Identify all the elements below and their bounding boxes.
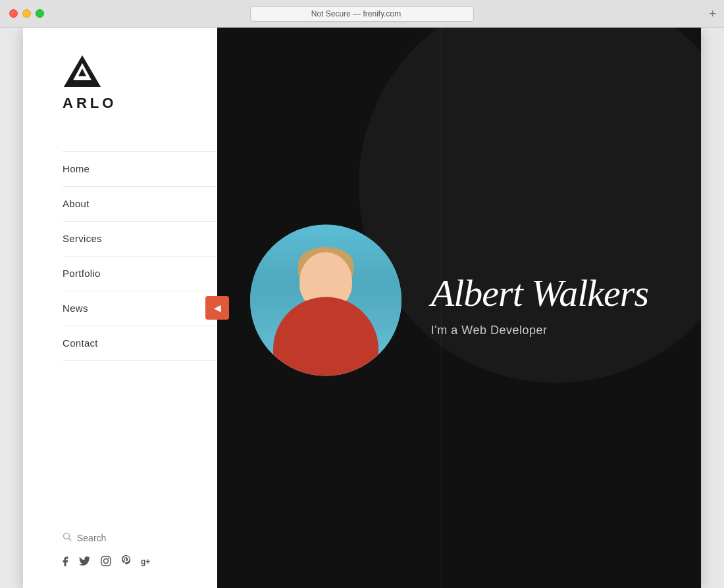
search-input[interactable] (77, 533, 182, 543)
url-input[interactable] (250, 6, 474, 22)
nav-link-home[interactable]: Home (63, 163, 90, 174)
browser-chrome: + (0, 0, 724, 28)
sidebar-item-about[interactable]: About (63, 187, 217, 222)
hero-subtitle: I'm a Web Developer (431, 323, 648, 337)
hero-text-area: Albert Walkers I'm a Web Developer (431, 272, 648, 337)
minimize-button[interactable] (22, 9, 31, 18)
pinterest-icon[interactable] (122, 555, 130, 568)
browser-window: ARLO Home About Services Portfolio News … (23, 28, 701, 588)
logo-area: ARLO (23, 54, 217, 112)
nav-link-about[interactable]: About (63, 198, 90, 209)
search-bar (63, 532, 217, 543)
nav-menu: Home About Services Portfolio News Conta… (23, 151, 217, 532)
toggle-arrow-icon: ◀ (214, 303, 221, 312)
sidebar-item-portfolio[interactable]: Portfolio (63, 257, 217, 291)
sidebar-item-news[interactable]: News (63, 291, 217, 326)
social-icons: g+ (23, 555, 217, 568)
main-content: Albert Walkers I'm a Web Developer (217, 28, 701, 588)
avatar-image (250, 225, 401, 376)
sidebar-toggle-button[interactable]: ◀ (205, 296, 229, 320)
logo-icon (63, 54, 102, 88)
hero-name: Albert Walkers (431, 272, 648, 314)
new-tab-button[interactable]: + (709, 8, 716, 20)
twitter-icon[interactable] (79, 556, 90, 568)
facebook-icon[interactable] (63, 555, 68, 568)
sidebar-item-contact[interactable]: Contact (63, 326, 217, 361)
nav-link-services[interactable]: Services (63, 233, 102, 244)
sidebar: ARLO Home About Services Portfolio News … (23, 28, 217, 588)
nav-link-portfolio[interactable]: Portfolio (63, 268, 101, 279)
logo-text: ARLO (63, 95, 217, 112)
maximize-button[interactable] (36, 9, 44, 18)
nav-link-news[interactable]: News (63, 303, 88, 314)
svg-rect-5 (101, 556, 111, 566)
nav-link-contact[interactable]: Contact (63, 337, 98, 349)
search-icon (63, 532, 72, 543)
search-area (23, 532, 217, 543)
instagram-icon[interactable] (101, 556, 111, 568)
svg-point-6 (104, 558, 109, 563)
traffic-lights (9, 9, 44, 18)
sidebar-item-services[interactable]: Services (63, 222, 217, 257)
svg-line-4 (69, 539, 72, 541)
googleplus-icon[interactable]: g+ (141, 557, 150, 566)
address-bar (8, 6, 716, 22)
close-button[interactable] (9, 9, 18, 18)
svg-point-7 (108, 558, 109, 559)
profile-avatar (250, 225, 401, 376)
sidebar-item-home[interactable]: Home (63, 151, 217, 187)
